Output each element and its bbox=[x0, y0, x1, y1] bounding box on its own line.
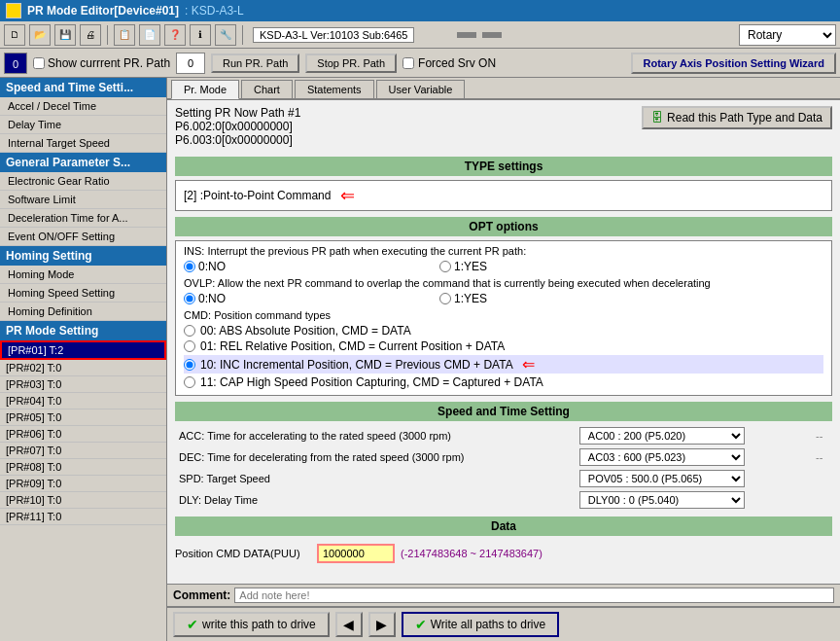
position-range: (-2147483648 ~ 2147483647) bbox=[401, 548, 542, 559]
sidebar-pr09[interactable]: [PR#09] T:0 bbox=[0, 476, 166, 492]
type-settings-box: [2] :Point-to-Point Command ⇐ bbox=[175, 180, 832, 211]
write-all-button[interactable]: ✔ Write all paths to drive bbox=[402, 612, 560, 637]
dec-select[interactable]: AC03 : 600 (P5.023) bbox=[579, 448, 745, 466]
ins-1-radio[interactable] bbox=[439, 261, 451, 272]
acc-select[interactable]: AC00 : 200 (P5.020) bbox=[579, 427, 745, 445]
dly-value-cell: DLY00 : 0 (P5.040) bbox=[576, 489, 812, 511]
dec-value-cell: AC03 : 600 (P5.023) bbox=[576, 446, 812, 468]
dec-label: DEC: Time for decelerating from the rate… bbox=[175, 446, 576, 468]
rotary-select[interactable]: Rotary Linear bbox=[739, 24, 836, 46]
cmd-label: CMD: Position command types bbox=[184, 309, 823, 321]
cmd-0-radio[interactable] bbox=[184, 325, 195, 337]
path-line3: P6.003:0[0x00000000] bbox=[175, 133, 300, 147]
comment-input[interactable] bbox=[234, 588, 834, 603]
sidebar-section-speed: Speed and Time Setti... bbox=[0, 78, 166, 97]
cmd-1-text: 01: REL Relative Position, CMD = Current… bbox=[200, 339, 505, 353]
sidebar-pr10[interactable]: [PR#10] T:0 bbox=[0, 492, 166, 509]
sidebar-pr05[interactable]: [PR#05] T:0 bbox=[0, 410, 166, 426]
cmd-3-radio[interactable] bbox=[184, 376, 195, 388]
speed-time-row-1: DEC: Time for decelerating from the rate… bbox=[175, 446, 832, 468]
sidebar-pr02[interactable]: [PR#02] T:0 bbox=[0, 360, 166, 376]
ovlp-1-radio[interactable] bbox=[439, 293, 451, 304]
bottom-bar: ✔ write this path to drive ◀ ▶ ✔ Write a… bbox=[167, 606, 840, 641]
sidebar-item-internal-target[interactable]: Internal Target Speed bbox=[0, 134, 166, 153]
ins-0-radio[interactable] bbox=[184, 261, 195, 272]
version-label: KSD-A3-L Ver:10103 Sub:6465 bbox=[253, 27, 414, 43]
sidebar-item-gear-ratio[interactable]: Electronic Gear Ratio bbox=[0, 172, 166, 191]
sidebar-section-pr-mode: PR Mode Setting bbox=[0, 321, 166, 340]
tab-statements[interactable]: Statements bbox=[295, 80, 374, 98]
acc-extra: -- bbox=[812, 425, 832, 446]
nav-right-button[interactable]: ▶ bbox=[368, 612, 396, 637]
toolbar-paste[interactable]: 📄 bbox=[139, 24, 160, 46]
read-path-button[interactable]: 🗄 Read this Path Type and Data bbox=[642, 106, 832, 129]
toolbar-help[interactable]: ❓ bbox=[164, 24, 186, 46]
cmd-2-radio[interactable] bbox=[184, 359, 195, 371]
sidebar-item-software-limit[interactable]: Software Limit bbox=[0, 191, 166, 209]
database-icon: 🗄 bbox=[651, 111, 663, 125]
sidebar-pr06[interactable]: [PR#06] T:0 bbox=[0, 426, 166, 443]
sidebar-pr08[interactable]: [PR#08] T:0 bbox=[0, 459, 166, 476]
tab-pr-mode[interactable]: Pr. Mode bbox=[171, 80, 239, 99]
spd-select[interactable]: POV05 : 500.0 (P5.065) bbox=[579, 470, 745, 487]
spd-value-cell: POV05 : 500.0 (P5.065) bbox=[576, 468, 812, 489]
ovlp-0-label: 0:NO bbox=[198, 292, 226, 305]
toolbar-info[interactable]: ℹ bbox=[190, 24, 211, 46]
cmd-opt-2: 10: INC Incremental Position, CMD = Prev… bbox=[184, 355, 823, 374]
sidebar-item-delay[interactable]: Delay Time bbox=[0, 116, 166, 134]
sidebar-item-decel-time[interactable]: Deceleration Time for A... bbox=[0, 209, 166, 228]
show-pr-container: Show currrent PR. Path bbox=[33, 56, 170, 70]
ins-1-item: 1:YES bbox=[439, 260, 487, 273]
toolbar-extra[interactable]: 🔧 bbox=[215, 24, 236, 46]
dly-extra bbox=[812, 489, 832, 511]
sidebar-item-accel[interactable]: Accel / Decel Time bbox=[0, 97, 166, 116]
toolbar-sep2 bbox=[242, 25, 243, 45]
toolbar-print[interactable]: 🖨 bbox=[80, 24, 101, 46]
pr-input[interactable] bbox=[176, 53, 205, 74]
sidebar-pr07[interactable]: [PR#07] T:0 bbox=[0, 443, 166, 459]
sidebar-item-event-onoff[interactable]: Event ON/OFF Setting bbox=[0, 228, 166, 246]
stop-pr-button[interactable]: Stop PR. Path bbox=[305, 53, 397, 73]
toolbar-copy[interactable]: 📋 bbox=[114, 24, 135, 46]
forced-srv-container: Forced Srv ON bbox=[402, 56, 496, 70]
rotary-wizard-button[interactable]: Rotary Axis Position Setting Wizard bbox=[631, 53, 836, 74]
sidebar-pr04[interactable]: [PR#04] T:0 bbox=[0, 393, 166, 410]
check-icon-all: ✔ bbox=[415, 617, 427, 632]
tab-chart[interactable]: Chart bbox=[241, 80, 293, 98]
position-input[interactable] bbox=[317, 544, 395, 563]
ovlp-0-radio[interactable] bbox=[184, 293, 195, 304]
app-icon bbox=[6, 3, 21, 18]
cmd-2-text: 10: INC Incremental Position, CMD = Prev… bbox=[200, 358, 513, 372]
ins-1-label: 1:YES bbox=[454, 260, 487, 273]
cmd-1-radio[interactable] bbox=[184, 340, 195, 352]
cmd-opt-0: 00: ABS Absolute Position, CMD = DATA bbox=[184, 324, 823, 338]
ovlp-label: OVLP: Allow the next PR command to overl… bbox=[184, 277, 823, 289]
data-section-header: Data bbox=[175, 516, 832, 536]
toolbar-open[interactable]: 📂 bbox=[29, 24, 51, 46]
sidebar-pr03[interactable]: [PR#03] T:0 bbox=[0, 376, 166, 393]
dly-select[interactable]: DLY00 : 0 (P5.040) bbox=[579, 491, 745, 509]
type-value: [2] :Point-to-Point Command bbox=[184, 189, 331, 202]
toolbar-sep1 bbox=[107, 25, 108, 45]
write-path-button[interactable]: ✔ write this path to drive bbox=[173, 612, 330, 637]
app-subtitle: : KSD-A3-L bbox=[185, 4, 244, 18]
sidebar-item-homing-mode[interactable]: Homing Mode bbox=[0, 266, 166, 284]
sidebar-pr11[interactable]: [PR#11] T:0 bbox=[0, 509, 166, 525]
nav-left-button[interactable]: ◀ bbox=[335, 612, 363, 637]
show-pr-checkbox[interactable] bbox=[33, 57, 45, 69]
forced-srv-checkbox[interactable] bbox=[402, 57, 414, 69]
tab-user-variable[interactable]: User Variable bbox=[376, 80, 466, 98]
cmd-0-text: 00: ABS Absolute Position, CMD = DATA bbox=[200, 324, 411, 338]
ins-0-item: 0:NO bbox=[184, 260, 226, 273]
position-row: Position CMD DATA(PUU) (-2147483648 ~ 21… bbox=[175, 540, 832, 567]
toolbar-save[interactable]: 💾 bbox=[54, 24, 76, 46]
sidebar-item-homing-speed[interactable]: Homing Speed Setting bbox=[0, 284, 166, 303]
sidebar-pr01[interactable]: [PR#01] T:2 bbox=[0, 340, 166, 360]
speed-time-table: ACC: Time for accelerating to the rated … bbox=[175, 425, 832, 511]
sidebar-item-homing-def[interactable]: Homing Definition bbox=[0, 303, 166, 321]
run-pr-button[interactable]: Run PR. Path bbox=[211, 53, 299, 73]
toolbar-new[interactable]: 🗋 bbox=[4, 24, 25, 46]
comment-label: Comment: bbox=[173, 588, 230, 602]
content-body: Setting PR Now Path #1 P6.002:0[0x000000… bbox=[167, 100, 840, 584]
sidebar-section-homing: Homing Setting bbox=[0, 246, 166, 266]
